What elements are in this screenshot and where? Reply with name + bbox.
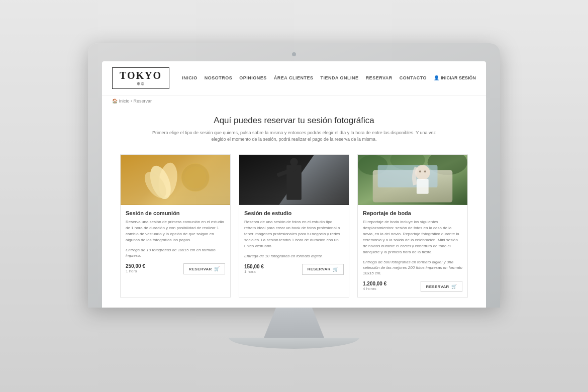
nav-inicio[interactable]: INICIO — [182, 75, 198, 80]
nav-area-clientes[interactable]: ÁREA CLIENTES — [274, 75, 314, 80]
user-icon: 👤 — [434, 75, 439, 80]
wedding-reserve-button[interactable]: RESERVAR 🛒 — [421, 281, 462, 292]
wedding-svg — [358, 155, 467, 205]
page-title: Aquí puedes reservar tu sesión fotográfi… — [112, 116, 476, 126]
card-communion-body: Sesión de comunión Reserva una sesión de… — [121, 205, 230, 279]
svg-rect-18 — [417, 179, 429, 194]
card-studio-image — [239, 155, 349, 205]
communion-price: 250,00 € — [126, 263, 145, 269]
studio-svg — [239, 155, 349, 205]
logo-subtitle: 東京 — [120, 81, 162, 86]
breadcrumb: 🏠 Inicio › Reservar — [102, 95, 486, 107]
communion-footer: 250,00 € 1 hora RESERVAR 🛒 — [126, 263, 225, 274]
breadcrumb-current: Reservar — [134, 99, 152, 104]
monitor: TOKYO 東京 INICIO NOSOTROS OPINIONES ÁREA … — [88, 43, 500, 349]
card-communion: Sesión de comunión Reserva una sesión de… — [120, 154, 231, 298]
home-icon: 🏠 — [112, 99, 118, 104]
svg-point-20 — [424, 170, 426, 172]
communion-photo — [121, 155, 230, 205]
svg-point-9 — [290, 158, 298, 166]
studio-footer: 150,00 € 1 hora RESERVAR 🛒 — [244, 264, 344, 275]
nav-login[interactable]: 👤 INICIAR SESIÓN — [434, 75, 476, 80]
communion-reserve-label: RESERVAR — [189, 267, 212, 271]
studio-title: Sesión de estudio — [244, 210, 344, 216]
studio-desc: Reserva de una sesión de fotos en el est… — [244, 219, 344, 249]
wedding-price-block: 1.200,00 € 4 horas — [363, 281, 386, 291]
cards-container: Sesión de comunión Reserva una sesión de… — [102, 147, 486, 308]
nav-reservar[interactable]: RESERVAR — [366, 75, 393, 80]
page-hero: Aquí puedes reservar tu sesión fotográfi… — [102, 107, 486, 147]
camera-dot — [292, 52, 296, 56]
wedding-footer: 1.200,00 € 4 horas RESERVAR 🛒 — [363, 281, 462, 292]
card-studio: Sesión de estudio Reserva de una sesión … — [239, 154, 349, 298]
card-studio-body: Sesión de estudio Reserva de una sesión … — [239, 205, 349, 280]
card-communion-image — [121, 155, 230, 205]
nav-contacto[interactable]: CONTACTO — [400, 75, 427, 80]
nav-tienda-online[interactable]: TIENDA ONLINE — [320, 75, 358, 80]
communion-reserve-button[interactable]: RESERVAR 🛒 — [183, 263, 225, 274]
studio-photo — [239, 155, 349, 205]
wedding-price: 1.200,00 € — [363, 281, 386, 286]
studio-reserve-button[interactable]: RESERVAR 🛒 — [302, 264, 344, 275]
card-wedding: Reportaje de boda El reportaje de boda i… — [357, 154, 468, 298]
studio-delivery: Entrega de 10 fotografías en formato dig… — [244, 253, 344, 259]
cart-icon-wedding: 🛒 — [451, 284, 457, 289]
svg-point-5 — [184, 166, 207, 188]
studio-price: 150,00 € — [244, 264, 264, 269]
nav-nosotros[interactable]: NOSOTROS — [205, 75, 233, 80]
cart-icon-communion: 🛒 — [214, 266, 220, 271]
page-subtitle: Primero elige el tipo de sesión que quie… — [148, 130, 440, 143]
main-nav: INICIO NOSOTROS OPINIONES ÁREA CLIENTES … — [182, 75, 476, 80]
monitor-outer: TOKYO 東京 INICIO NOSOTROS OPINIONES ÁREA … — [88, 43, 500, 308]
wedding-desc: El reportaje de boda incluye los siguien… — [363, 219, 462, 255]
monitor-stand-base — [229, 338, 359, 349]
card-wedding-image — [358, 155, 467, 205]
breadcrumb-home[interactable]: Inicio — [119, 99, 130, 104]
site-header: TOKYO 東京 INICIO NOSOTROS OPINIONES ÁREA … — [102, 61, 486, 95]
svg-point-19 — [419, 170, 421, 172]
communion-price-block: 250,00 € 1 hora — [126, 263, 145, 273]
card-wedding-body: Reportaje de boda El reportaje de boda i… — [358, 205, 467, 298]
communion-delivery: Entrega de 10 fotografías de 10x15 cm en… — [126, 247, 225, 258]
wedding-duration: 4 horas — [363, 286, 386, 291]
logo: TOKYO 東京 — [112, 67, 169, 89]
cart-icon-studio: 🛒 — [333, 267, 338, 272]
wedding-reserve-label: RESERVAR — [426, 284, 449, 289]
communion-desc: Reserva una sesión de primera comunión e… — [126, 219, 225, 243]
studio-reserve-label: RESERVAR — [308, 267, 331, 271]
communion-title: Sesión de comunión — [126, 210, 225, 216]
svg-point-17 — [415, 165, 430, 180]
wedding-photo — [358, 155, 467, 205]
studio-price-block: 150,00 € 1 hora — [244, 264, 264, 274]
communion-svg — [121, 155, 230, 205]
logo-text: TOKYO — [120, 70, 162, 81]
nav-opiniones[interactable]: OPINIONES — [239, 75, 267, 80]
wedding-title: Reportaje de boda — [363, 210, 462, 216]
studio-duration: 1 hora — [244, 269, 264, 274]
wedding-delivery: Entrega de 500 fotografías en formato di… — [363, 259, 462, 276]
monitor-screen: TOKYO 東京 INICIO NOSOTROS OPINIONES ÁREA … — [102, 61, 486, 308]
monitor-stand-neck — [264, 308, 324, 338]
communion-duration: 1 hora — [126, 269, 145, 273]
